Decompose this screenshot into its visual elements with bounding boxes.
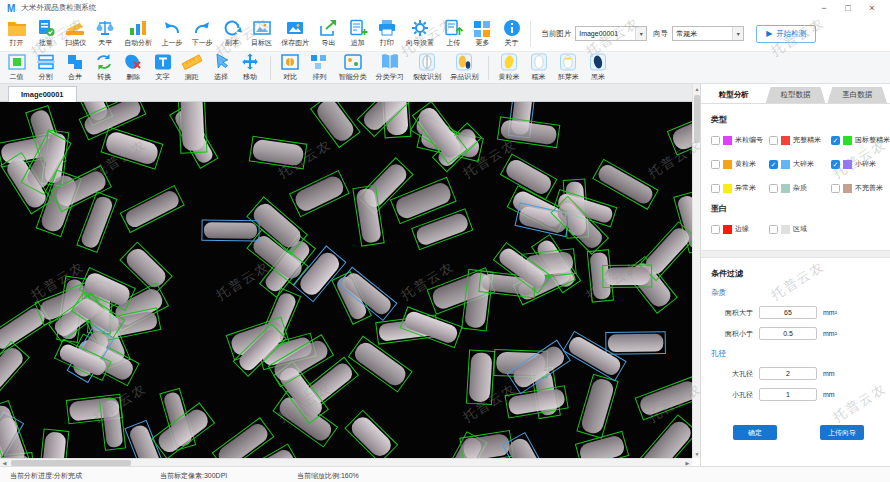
impurity-link[interactable]: 杂质 <box>711 288 890 298</box>
type-item-2[interactable]: ✓国标整精米 <box>831 135 890 145</box>
minimize-button[interactable]: − <box>812 0 836 16</box>
status-progress: 当前分析进度:分析完成 <box>10 471 82 481</box>
tool-gear[interactable]: 向导设置 <box>401 19 438 48</box>
hole-large-input[interactable] <box>759 367 817 380</box>
type-checkbox-3[interactable] <box>711 160 720 169</box>
type-label: 异常米 <box>735 183 756 193</box>
tool-auto-analyze[interactable]: 自动分析 <box>120 19 157 48</box>
wizard-select[interactable]: 常规米 ▾ <box>672 26 744 41</box>
tool-rice-black[interactable]: 黑米 <box>583 53 612 82</box>
tool-select[interactable]: 选择 <box>206 53 235 82</box>
type-checkbox-6[interactable] <box>711 184 720 193</box>
type-item-8[interactable]: 不完善米 <box>831 183 890 193</box>
tool-foreign-detect[interactable]: 异品识别 <box>446 53 483 82</box>
chalk-checkbox-0[interactable] <box>711 225 720 234</box>
tool-move[interactable]: 移动 <box>236 53 265 82</box>
tool-binary[interactable]: 二值 <box>2 53 31 82</box>
area-less-input[interactable] <box>759 327 817 340</box>
current-image-select[interactable]: Image00001 ▾ <box>575 26 647 41</box>
tool-upload-doc[interactable]: 上传 <box>439 19 468 48</box>
type-checkbox-1[interactable] <box>769 136 778 145</box>
tool-rice-yellow[interactable]: 黄粒米 <box>494 53 524 82</box>
tool-undo[interactable]: 上一步 <box>157 19 187 48</box>
aperture-link[interactable]: 孔径 <box>711 349 890 359</box>
tool-text[interactable]: 文字 <box>148 53 177 82</box>
tool-delete[interactable]: 删除 <box>119 53 148 82</box>
tool-batch[interactable]: 批量 <box>31 19 60 48</box>
tool-crack-detect[interactable]: 裂纹识别 <box>408 53 445 82</box>
more-icon <box>472 19 492 37</box>
tool-label: 测距 <box>185 72 199 82</box>
type-checkbox-4[interactable]: ✓ <box>769 160 778 169</box>
area-less-unit: mm² <box>823 330 837 337</box>
color-swatch <box>843 184 852 193</box>
tool-rice-white[interactable]: 糯米 <box>524 53 553 82</box>
type-item-3[interactable]: 黄粒米 <box>711 159 769 169</box>
type-checkbox-2[interactable]: ✓ <box>831 136 840 145</box>
tool-redo[interactable]: 下一步 <box>187 19 217 48</box>
chalk-item-0[interactable]: 边缘 <box>711 224 769 234</box>
color-swatch <box>723 184 732 193</box>
chalk-item-1[interactable]: 区域 <box>769 224 831 234</box>
image-canvas[interactable] <box>0 102 692 458</box>
confirm-button[interactable]: 确定 <box>733 425 777 440</box>
tool-label: 分类学习 <box>376 72 404 82</box>
horizontal-scrollbar[interactable]: ◀ ▶ <box>0 458 692 466</box>
type-checkbox-8[interactable] <box>831 184 840 193</box>
tool-print[interactable]: 打印 <box>372 19 401 48</box>
image-tab[interactable]: Image00001 <box>8 86 77 102</box>
type-checkbox-0[interactable] <box>711 136 720 145</box>
tool-split[interactable]: 分割 <box>31 53 60 82</box>
type-checkbox-5[interactable]: ✓ <box>831 160 840 169</box>
play-icon: ▶ <box>766 29 772 38</box>
tool-copy-refresh[interactable]: 副本 <box>217 19 246 48</box>
tool-save-image[interactable]: 保存图片 <box>277 19 314 48</box>
tool-classify-learn[interactable]: 分类学习 <box>371 53 408 82</box>
move-icon <box>240 53 260 71</box>
upload-doc-icon <box>443 19 463 37</box>
rice-black-icon <box>588 53 608 71</box>
tab-grain-analysis[interactable]: 粒型分析 <box>704 87 764 103</box>
tool-scanner[interactable]: 扫描仪 <box>60 19 90 48</box>
tool-label: 黑米 <box>591 72 605 82</box>
hole-small-input[interactable] <box>759 388 817 401</box>
type-item-4[interactable]: ✓大碎米 <box>769 159 831 169</box>
vertical-scrollbar[interactable]: ▲ ▼ <box>692 84 700 458</box>
tool-more[interactable]: 更多 <box>468 19 497 48</box>
type-item-6[interactable]: 异常米 <box>711 183 769 193</box>
type-label: 小碎米 <box>855 159 876 169</box>
type-label: 黄粒米 <box>735 159 756 169</box>
tab-chalk-data[interactable]: 垩白数据 <box>827 87 887 103</box>
type-item-1[interactable]: 完整精米 <box>769 135 831 145</box>
type-item-5[interactable]: ✓小碎米 <box>831 159 890 169</box>
tool-export[interactable]: 导出 <box>314 19 343 48</box>
tool-info[interactable]: 关于 <box>497 19 526 48</box>
tool-measure[interactable]: 测距 <box>177 53 206 82</box>
tool-append[interactable]: 追加 <box>343 19 372 48</box>
maximize-button[interactable]: □ <box>836 0 860 16</box>
tool-rice-germ[interactable]: 胚芽米 <box>553 53 583 82</box>
section-divider <box>701 250 890 258</box>
tool-target-area[interactable]: 目标区 <box>247 19 277 48</box>
type-checkbox-7[interactable] <box>769 184 778 193</box>
tool-balance[interactable]: 天平 <box>91 19 120 48</box>
type-item-0[interactable]: 米粒编号 <box>711 135 769 145</box>
chalk-checkbox-1[interactable] <box>769 225 778 234</box>
upload-wizard-button[interactable]: 上传向导 <box>820 425 864 440</box>
close-button[interactable]: × <box>860 0 884 16</box>
tool-label: 上一步 <box>162 38 183 48</box>
tool-label: 追加 <box>351 38 365 48</box>
measure-icon <box>182 53 202 71</box>
area-greater-input[interactable] <box>759 306 817 319</box>
tool-compare[interactable]: 对比 <box>276 53 305 82</box>
tool-merge[interactable]: 合并 <box>60 53 89 82</box>
tool-arrange[interactable]: 排列 <box>305 53 334 82</box>
tab-grain-data[interactable]: 粒型数据 <box>766 87 826 103</box>
type-item-7[interactable]: 杂质 <box>769 183 831 193</box>
tool-label: 合并 <box>68 72 82 82</box>
tool-label: 选择 <box>214 72 228 82</box>
tool-folder[interactable]: 打开 <box>2 19 31 48</box>
tool-smart-classify[interactable]: 智能分类 <box>334 53 371 82</box>
tool-convert[interactable]: 转换 <box>90 53 119 82</box>
start-detect-button[interactable]: ▶ 开始检测 <box>756 25 816 43</box>
